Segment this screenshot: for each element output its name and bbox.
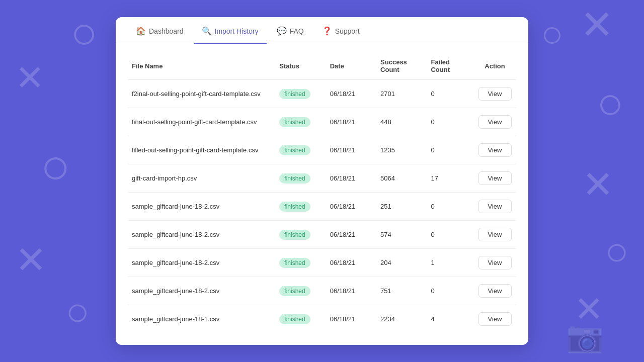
view-button[interactable]: View — [478, 143, 512, 157]
cell-failed: 0 — [427, 277, 473, 305]
table-container: File Name Status Date Success Count Fail… — [116, 44, 528, 345]
cell-success: 2234 — [376, 305, 427, 333]
cell-date: 06/18/21 — [326, 164, 376, 193]
status-badge: finished — [279, 173, 310, 184]
view-button[interactable]: View — [478, 87, 512, 101]
cell-action: View — [473, 249, 516, 277]
status-badge: finished — [279, 89, 310, 99]
cell-success: 251 — [376, 193, 427, 221]
cell-failed: 0 — [427, 221, 473, 249]
nav-item-dashboard[interactable]: 🏠 Dashboard — [128, 17, 192, 44]
question-icon: ❓ — [322, 26, 332, 36]
view-button[interactable]: View — [478, 256, 512, 269]
col-header-success: Success Count — [376, 52, 427, 80]
cell-status: finished — [275, 80, 326, 108]
cell-failed: 0 — [427, 80, 473, 108]
cell-failed: 4 — [427, 305, 473, 333]
col-header-status: Status — [275, 52, 326, 80]
cell-date: 06/18/21 — [326, 80, 376, 108]
cell-status: finished — [275, 277, 326, 305]
col-header-action: Action — [473, 52, 516, 80]
status-badge: finished — [279, 202, 310, 212]
cell-filename: sample_giftcard-june-18-2.csv — [128, 193, 275, 221]
cell-filename: gift-card-import-hp.csv — [128, 164, 275, 193]
cell-action: View — [473, 221, 516, 249]
cell-filename: f2inal-out-selling-point-gift-card-templ… — [128, 80, 275, 108]
cell-date: 06/18/21 — [326, 136, 376, 164]
status-badge: finished — [279, 117, 310, 127]
table-row: gift-card-import-hp.csv finished 06/18/2… — [128, 164, 516, 193]
cell-failed: 0 — [427, 136, 473, 164]
cell-status: finished — [275, 221, 326, 249]
nav-label-support: Support — [335, 27, 360, 35]
cell-action: View — [473, 305, 516, 333]
cell-date: 06/18/21 — [326, 221, 376, 249]
cell-success: 448 — [376, 108, 427, 136]
cell-status: finished — [275, 249, 326, 277]
table-row: final-out-selling-point-gift-card-templa… — [128, 108, 516, 136]
cell-date: 06/18/21 — [326, 193, 376, 221]
cell-action: View — [473, 193, 516, 221]
view-button[interactable]: View — [478, 200, 512, 213]
view-button[interactable]: View — [478, 228, 512, 241]
table-header-row: File Name Status Date Success Count Fail… — [128, 52, 516, 80]
home-icon: 🏠 — [136, 26, 146, 36]
import-history-table: File Name Status Date Success Count Fail… — [128, 52, 516, 333]
cell-action: View — [473, 277, 516, 305]
status-badge: finished — [279, 230, 310, 240]
cell-success: 751 — [376, 277, 427, 305]
cell-filename: sample_giftcard-june-18-2.csv — [128, 221, 275, 249]
col-header-filename: File Name — [128, 52, 275, 80]
nav-label-dashboard: Dashboard — [149, 27, 184, 35]
table-row: sample_giftcard-june-18-2.csv finished 0… — [128, 221, 516, 249]
cell-filename: sample_giftcard-june-18-2.csv — [128, 277, 275, 305]
table-row: f2inal-out-selling-point-gift-card-templ… — [128, 80, 516, 108]
status-badge: finished — [279, 286, 310, 296]
view-button[interactable]: View — [478, 284, 512, 298]
cell-date: 06/18/21 — [326, 277, 376, 305]
cell-failed: 0 — [427, 193, 473, 221]
cell-success: 1235 — [376, 136, 427, 164]
cell-filename: sample_giftcard-june-18-2.csv — [128, 249, 275, 277]
table-row: sample_giftcard-june-18-2.csv finished 0… — [128, 193, 516, 221]
table-row: sample_giftcard-june-18-2.csv finished 0… — [128, 249, 516, 277]
search-icon: 🔍 — [202, 26, 212, 36]
status-badge: finished — [279, 314, 310, 324]
cell-date: 06/18/21 — [326, 305, 376, 333]
view-button[interactable]: View — [478, 171, 512, 185]
cell-failed: 0 — [427, 108, 473, 136]
cell-success: 574 — [376, 221, 427, 249]
col-header-date: Date — [326, 52, 376, 80]
cell-action: View — [473, 108, 516, 136]
cell-status: finished — [275, 136, 326, 164]
view-button[interactable]: View — [478, 312, 512, 326]
view-button[interactable]: View — [478, 115, 512, 129]
cell-filename: final-out-selling-point-gift-card-templa… — [128, 108, 275, 136]
cell-action: View — [473, 164, 516, 193]
cell-date: 06/18/21 — [326, 108, 376, 136]
cell-date: 06/18/21 — [326, 249, 376, 277]
main-card: 🏠 Dashboard 🔍 Import History 💬 FAQ ❓ Sup… — [116, 17, 528, 345]
table-row: sample_giftcard-june-18-2.csv finished 0… — [128, 277, 516, 305]
cell-status: finished — [275, 108, 326, 136]
cell-success: 5064 — [376, 164, 427, 193]
cell-status: finished — [275, 164, 326, 193]
nav-label-import-history: Import History — [215, 27, 259, 35]
table-row: sample_giftcard-june-18-1.csv finished 0… — [128, 305, 516, 333]
nav-item-faq[interactable]: 💬 FAQ — [269, 17, 312, 44]
cell-filename: sample_giftcard-june-18-1.csv — [128, 305, 275, 333]
cell-failed: 1 — [427, 249, 473, 277]
cell-failed: 17 — [427, 164, 473, 193]
cell-status: finished — [275, 193, 326, 221]
table-body: f2inal-out-selling-point-gift-card-templ… — [128, 80, 516, 333]
cell-filename: filled-out-selling-point-gift-card-templ… — [128, 136, 275, 164]
nav-item-import-history[interactable]: 🔍 Import History — [194, 17, 267, 44]
cell-success: 204 — [376, 249, 427, 277]
col-header-failed: Failed Count — [427, 52, 473, 80]
chat-icon: 💬 — [277, 26, 287, 36]
cell-action: View — [473, 136, 516, 164]
nav-item-support[interactable]: ❓ Support — [314, 17, 368, 44]
navigation: 🏠 Dashboard 🔍 Import History 💬 FAQ ❓ Sup… — [116, 17, 528, 44]
status-badge: finished — [279, 258, 310, 268]
cell-status: finished — [275, 305, 326, 333]
